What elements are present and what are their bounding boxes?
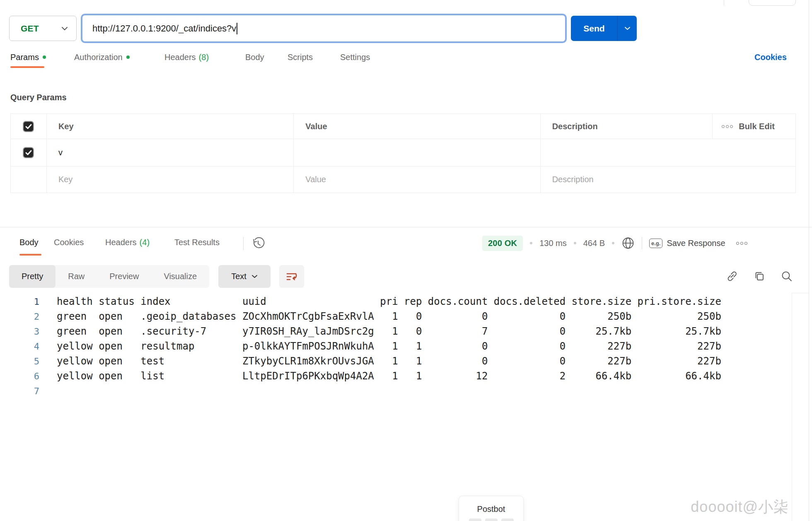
code-line[interactable]: 1health status index uuid pri rep docs.c… (10, 294, 721, 309)
bulk-edit-icon (722, 125, 733, 128)
url-text: http://127.0.0.1:9200/_cat/indices?v (92, 23, 236, 34)
save-response-button[interactable]: Save Response (667, 239, 725, 248)
line-number: 5 (10, 356, 39, 367)
select-all-checkbox[interactable] (23, 121, 34, 132)
column-header-value: Value (294, 114, 540, 139)
response-meta: 200 OK 130 ms 464 B e.g. Save Response (482, 234, 747, 252)
unsaved-dot (126, 55, 130, 59)
meta-separator-dot (530, 242, 532, 244)
copy-link-button[interactable] (726, 270, 738, 282)
format-label: Text (231, 272, 247, 281)
response-tab-cookies[interactable]: Cookies (54, 238, 84, 247)
copy-icon (753, 270, 766, 282)
postbot-button[interactable]: Postbot (459, 496, 524, 521)
code-actions (726, 270, 793, 282)
code-line[interactable]: 6yellow open list LltpEDrITp6PKxbqWp4A2A… (10, 369, 721, 384)
watermark: dooooit@小柒 (691, 497, 789, 517)
tab-label: Settings (340, 53, 370, 62)
status-badge[interactable]: 200 OK (482, 236, 523, 251)
scrollbar-track-edge (792, 293, 809, 293)
view-tab-raw[interactable]: Raw (56, 265, 97, 288)
response-tab-headers[interactable]: Headers(4) (105, 238, 150, 247)
text-caret (237, 23, 237, 34)
postman-app: GET http://127.0.0.1:9200/_cat/indices?v… (0, 0, 812, 521)
postbot-shortcut-keys (469, 519, 514, 521)
chevron-down-icon (624, 27, 631, 30)
wrap-line-icon (286, 271, 297, 282)
tab-label: Cookies (54, 238, 84, 247)
tab-label: Scripts (288, 53, 313, 62)
view-tab-preview[interactable]: Preview (97, 265, 151, 288)
code-line[interactable]: 7 (10, 384, 721, 398)
network-globe-icon[interactable] (621, 236, 635, 250)
response-body-editor[interactable]: 1health status index uuid pri rep docs.c… (10, 294, 721, 398)
toolbar-button-partial[interactable] (749, 0, 796, 6)
check-icon (25, 124, 32, 129)
tab-params[interactable]: Params (10, 53, 46, 62)
line-number: 6 (10, 371, 39, 381)
code-line[interactable]: 3green open .security-7 y7IR0SH_RAy_laJm… (10, 324, 721, 339)
response-time[interactable]: 130 ms (539, 239, 567, 248)
response-history-button[interactable] (251, 237, 265, 250)
tab-count: (8) (199, 53, 209, 62)
param-value-field[interactable] (294, 139, 540, 166)
right-sidebar-edge (809, 0, 809, 521)
param-value-field[interactable]: Value (294, 166, 540, 193)
param-key-field[interactable]: Key (47, 166, 294, 193)
view-tab-visualize[interactable]: Visualize (151, 265, 209, 288)
response-tab-test-results[interactable]: Test Results (174, 238, 220, 247)
tab-authorization[interactable]: Authorization (74, 53, 130, 62)
method-label: GET (21, 24, 39, 34)
code-text: yellow open list LltpEDrITp6PKxbqWp4A2A … (57, 370, 721, 382)
code-line[interactable]: 2green open .geoip_databases ZOcXhmOKTrC… (10, 309, 721, 324)
unsaved-dot (43, 55, 46, 59)
view-tab-pretty[interactable]: Pretty (9, 265, 56, 288)
param-description-field[interactable]: Description (541, 166, 795, 193)
param-key-field[interactable]: v (47, 139, 294, 166)
query-params-table: Key Value Description Bulk Edit v Key (10, 113, 796, 193)
tab-settings[interactable]: Settings (340, 53, 370, 62)
code-line[interactable]: 4yellow open resultmap p-0lkkAYTFmPOSJRn… (10, 339, 721, 354)
response-size[interactable]: 464 B (583, 239, 605, 248)
check-icon (25, 150, 32, 155)
format-select[interactable]: Text (218, 265, 271, 288)
send-options-dropdown[interactable] (618, 27, 637, 30)
response-more-actions[interactable] (736, 242, 747, 245)
row-select-cell (11, 166, 47, 193)
chevron-down-icon (251, 275, 258, 278)
search-body-button[interactable] (781, 270, 793, 282)
tab-label: Test Results (174, 238, 220, 247)
code-text: green open .geoip_databases ZOcXhmOKTrCg… (57, 311, 721, 322)
tab-headers[interactable]: Headers(8) (164, 53, 209, 62)
toolbar-divider (724, 0, 724, 6)
send-button[interactable]: Send (571, 16, 637, 41)
response-tab-body[interactable]: Body (19, 238, 39, 247)
view-mode-group: Pretty Raw Preview Visualize (9, 265, 209, 288)
cookies-link[interactable]: Cookies (754, 53, 787, 62)
table-header-row: Key Value Description Bulk Edit (11, 114, 795, 139)
tab-scripts[interactable]: Scripts (288, 53, 313, 62)
param-description-field[interactable] (541, 139, 795, 166)
example-badge-icon: e.g. (649, 239, 662, 248)
line-number: 7 (10, 386, 39, 396)
search-icon (781, 270, 793, 282)
scrollbar-track[interactable] (792, 293, 792, 521)
select-all-cell (11, 114, 47, 139)
response-tabs-divider (243, 237, 244, 250)
code-text: health status index uuid pri rep docs.co… (57, 296, 721, 307)
chevron-down-icon (61, 27, 68, 31)
method-select[interactable]: GET (9, 16, 77, 41)
meta-separator-dot (612, 242, 614, 244)
tab-body[interactable]: Body (245, 53, 264, 62)
param-row: v (11, 139, 795, 166)
column-header-description: Description (541, 114, 713, 139)
code-text: yellow open resultmap p-0lkkAYTFmPOSJRnW… (57, 340, 721, 352)
row-checkbox[interactable] (23, 147, 34, 158)
wrap-line-button[interactable] (279, 265, 304, 288)
url-input[interactable]: http://127.0.0.1:9200/_cat/indices?v (81, 14, 567, 43)
line-number: 4 (10, 341, 39, 352)
copy-body-button[interactable] (753, 270, 766, 282)
code-line[interactable]: 5yellow open test ZTkybyCLR1m8XkrOUvsJGA… (10, 354, 721, 369)
link-icon (726, 270, 738, 282)
bulk-edit-button[interactable]: Bulk Edit (713, 114, 795, 139)
